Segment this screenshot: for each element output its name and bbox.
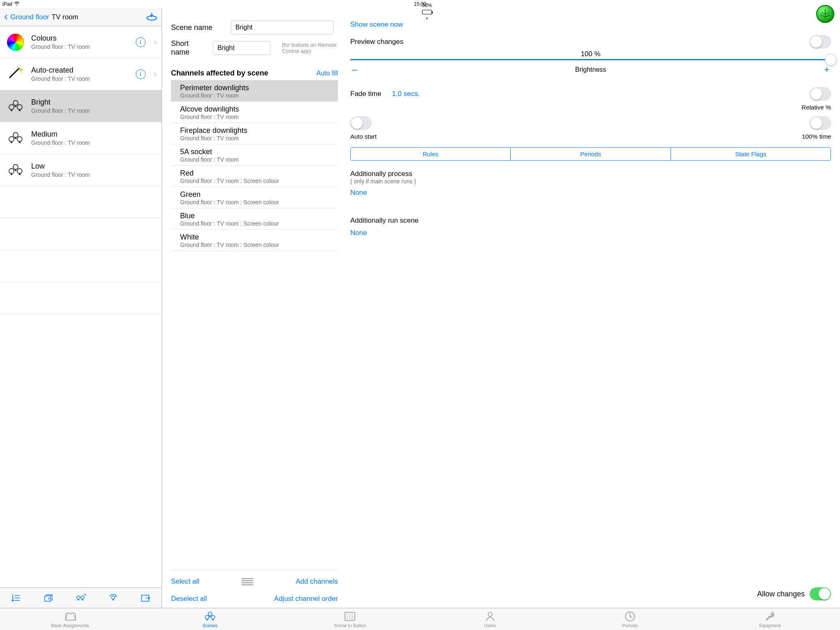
scene-row-colours[interactable]: ColoursGround floor : TV roomi› (0, 26, 162, 58)
battery-pct: 36% (422, 2, 432, 8)
channels-heading: Channels affected by scene (171, 69, 268, 78)
channel-list: Perimeter downlightsGround floor : TV ro… (171, 80, 338, 251)
svg-point-7 (9, 137, 14, 142)
device-label: iPad (2, 1, 12, 7)
brightness-slider[interactable] (350, 59, 525, 60)
channel-name: Fireplace downlights (180, 126, 334, 135)
additionally-process-head: Additionally process (350, 170, 525, 178)
wand-icon (7, 66, 24, 83)
channel-location: Ground floor : TV room (180, 92, 334, 99)
channel-name: Perimeter downlights (180, 84, 334, 92)
svg-point-8 (17, 137, 22, 142)
short-name-hint: (for buttons on Remote Control app) (282, 42, 338, 54)
fade-time-label: Fade time (350, 90, 381, 98)
autofill-link[interactable]: Auto fill (317, 70, 338, 77)
scene-sub: Ground floor : TV room (31, 139, 157, 146)
scene-row-low[interactable]: LowGround floor : TV room (0, 154, 162, 186)
channel-row[interactable]: Perimeter downlightsGround floor : TV ro… (171, 80, 338, 102)
scene-sub: Ground floor : TV room (31, 75, 130, 82)
additionally-process-value[interactable]: None (350, 189, 525, 197)
info-button[interactable]: i (136, 37, 146, 47)
scene-title: Low (31, 162, 157, 171)
back-chevron-icon[interactable]: ‹ (4, 11, 8, 22)
channel-location: Ground floor : TV room : Screen colour (180, 199, 334, 205)
scene-title: Auto-created (31, 66, 130, 75)
channel-name: 5A socket (180, 148, 334, 156)
scene-list: ColoursGround floor : TV roomi›Auto-crea… (0, 26, 162, 394)
seg-periods[interactable]: Periods (511, 148, 525, 160)
bulbs-icon (7, 131, 25, 146)
svg-point-4 (9, 105, 14, 110)
status-bar: iPad 15:00 36% ⚡︎ (0, 0, 525, 8)
battery-icon (422, 10, 432, 14)
additionally-run-value[interactable]: None (350, 229, 525, 237)
scene-title: Bright (31, 98, 157, 107)
scene-sub: Ground floor : TV room (31, 43, 130, 50)
brightness-minus[interactable]: – (350, 64, 358, 75)
brightness-value: 100 % (350, 50, 525, 58)
scene-form: Scene name Short name (for buttons on Re… (162, 8, 345, 394)
bulbs-icon (7, 99, 25, 114)
svg-point-2 (21, 72, 23, 73)
channel-location: Ground floor : TV room (180, 156, 334, 163)
scene-properties: Show scene now Preview changes 100 % – B… (345, 8, 525, 394)
channel-name: Blue (180, 212, 334, 220)
channel-row[interactable]: BlueGround floor : TV room : Screen colo… (171, 208, 338, 230)
scene-row-medium[interactable]: MediumGround floor : TV room (0, 122, 162, 154)
channel-location: Ground floor : TV room : Screen colour (180, 242, 334, 248)
channel-location: Ground floor : TV room (180, 135, 334, 142)
channel-name: Alcove downlights (180, 105, 334, 114)
bulbs-icon (7, 163, 25, 178)
channel-row[interactable]: Alcove downlightsGround floor : TV room (171, 102, 338, 123)
sidebar: ‹ Ground floor TV room ColoursGround flo… (0, 8, 162, 394)
svg-point-3 (17, 66, 18, 67)
scene-sub: Ground floor : TV room (31, 171, 157, 178)
auto-start-label: Auto start (350, 133, 377, 140)
charging-icon: ⚡︎ (425, 16, 429, 21)
scene-title: Medium (31, 130, 157, 139)
seg-rules[interactable]: Rules (351, 148, 511, 160)
scene-row-bright[interactable]: BrightGround floor : TV room (0, 90, 162, 122)
short-name-input[interactable] (213, 41, 270, 55)
auto-start-toggle[interactable] (350, 116, 372, 130)
channel-row[interactable]: 5A socketGround floor : TV room (171, 144, 338, 166)
fade-time-value[interactable]: 1.0 secs. (392, 90, 420, 98)
svg-point-9 (13, 132, 18, 137)
channel-name: White (180, 233, 334, 242)
channel-row[interactable]: WhiteGround floor : TV room : Screen col… (171, 230, 338, 251)
scene-sub: Ground floor : TV room (31, 107, 157, 114)
wifi-icon (14, 1, 20, 7)
channel-name: Red (180, 169, 334, 178)
preview-changes-label: Preview changes (350, 38, 403, 46)
segmented-control[interactable]: Rules Periods State Flags (350, 147, 525, 161)
svg-point-11 (17, 169, 22, 173)
additionally-run-head: Additionally run scene (350, 217, 525, 225)
orientation-lock-icon (425, 0, 430, 1)
info-button[interactable]: i (136, 69, 146, 79)
channel-row[interactable]: Fireplace downlightsGround floor : TV ro… (171, 123, 338, 144)
short-name-label: Short name (171, 39, 205, 57)
scene-title: Colours (31, 34, 130, 43)
channel-name: Green (180, 190, 334, 199)
channel-location: Ground floor : TV room (180, 114, 334, 120)
svg-point-6 (13, 100, 18, 105)
channel-location: Ground floor : TV room : Screen colour (180, 178, 334, 184)
channel-row[interactable]: GreenGround floor : TV room : Screen col… (171, 187, 338, 208)
relative-pct-label: Relative % (350, 104, 525, 111)
scene-row-auto-created[interactable]: Auto-createdGround floor : TV roomi› (0, 58, 162, 90)
svg-point-10 (9, 169, 14, 173)
svg-point-5 (17, 105, 22, 110)
channel-row[interactable]: RedGround floor : TV room : Screen colou… (171, 166, 338, 187)
channel-location: Ground floor : TV room : Screen colour (180, 220, 334, 227)
additionally-process-hint: ( only if main scene runs ) (350, 178, 525, 185)
chevron-right-icon: › (154, 69, 157, 80)
chevron-right-icon: › (154, 37, 157, 48)
svg-point-12 (13, 164, 18, 169)
colour-wheel-icon (7, 34, 24, 51)
